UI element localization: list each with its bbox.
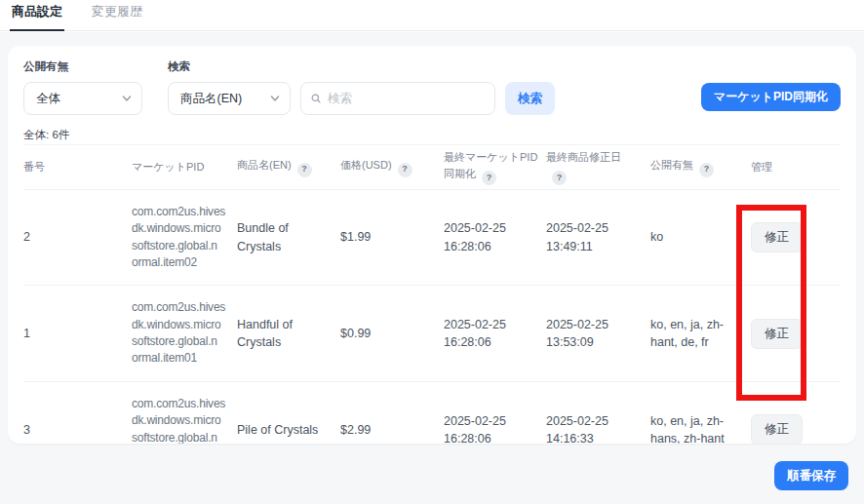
cell-last-sync-text: 2025-02-25 16:28:06 (444, 414, 506, 444)
visibility-filter-group: 公開有無 全体 (23, 59, 142, 115)
help-icon[interactable]: ? (297, 163, 312, 177)
column-header-label: 商品名(EN) (237, 159, 292, 171)
help-icon[interactable]: ? (482, 171, 496, 185)
cell-price-text: $1.99 (340, 230, 371, 244)
cell-market-pid-text: com.com2us.hives dk.windows.micro softst… (132, 397, 225, 444)
column-header: 最終商品修正日? (546, 145, 650, 190)
search-type-select[interactable]: 商品名(EN) (168, 82, 291, 115)
chevron-down-icon (122, 94, 132, 103)
cell-last-modified-text: 2025-02-25 14:16:33 (546, 414, 609, 444)
cell-last-sync: 2025-02-25 16:28:06 (444, 286, 546, 382)
cell-visibility: ko, en, ja, zh- hant, de, fr (650, 286, 751, 382)
tab-product-settings[interactable]: 商品設定 (10, 0, 64, 30)
cell-manage: 修正 (751, 381, 841, 444)
filter-bar: 公開有無 全体 検索 商品名(EN) (23, 59, 555, 115)
cell-product-name: Bundle of Crystals (237, 189, 340, 286)
screen: 商品設定 変更履歴 公開有無 全体 検索 (0, 0, 864, 504)
search-filter-group: 検索 商品名(EN) 検索 (168, 59, 555, 115)
search-type-select-value: 商品名(EN) (180, 91, 242, 107)
search-input[interactable] (328, 92, 485, 105)
table-row: 3com.com2us.hives dk.windows.micro softs… (23, 381, 841, 444)
product-settings-panel: 公開有無 全体 検索 商品名(EN) (8, 46, 856, 444)
column-header: 番号 (23, 145, 132, 190)
cell-product-name-text: Pile of Crystals (237, 423, 318, 437)
help-icon[interactable]: ? (552, 171, 567, 185)
column-header-label: 公開有無 (650, 159, 693, 171)
product-table: 番号マーケットPID商品名(EN)?価格(USD)?最終マーケットPID 同期化… (23, 144, 841, 444)
cell-market-pid-text: com.com2us.hives dk.windows.micro softst… (132, 300, 225, 365)
product-table-container: 番号マーケットPID商品名(EN)?価格(USD)?最終マーケットPID 同期化… (23, 144, 841, 444)
visibility-select[interactable]: 全体 (23, 82, 142, 115)
cell-visibility: ko (650, 189, 751, 286)
cell-market-pid: com.com2us.hives dk.windows.micro softst… (132, 381, 237, 444)
column-header-label: 最終商品修正日 (546, 151, 621, 163)
search-button[interactable]: 検索 (505, 82, 555, 115)
search-box (300, 82, 495, 115)
cell-no-text: 3 (23, 423, 30, 437)
cell-last-sync: 2025-02-25 16:28:06 (444, 381, 546, 444)
cell-price: $0.99 (340, 286, 444, 382)
cell-product-name: Handful of Crystals (237, 286, 340, 382)
search-icon (311, 92, 321, 105)
help-icon[interactable]: ? (699, 163, 714, 177)
cell-last-modified-text: 2025-02-25 13:49:11 (546, 221, 609, 252)
cell-last-modified: 2025-02-25 14:16:33 (546, 381, 650, 444)
cell-product-name-text: Bundle of Crystals (237, 221, 289, 252)
cell-no-text: 2 (23, 230, 30, 244)
total-count-text: 全体: 6件 (23, 128, 69, 142)
cell-no-text: 1 (23, 327, 30, 340)
chevron-down-icon (270, 94, 280, 103)
visibility-select-value: 全体 (36, 91, 60, 107)
help-icon[interactable]: ? (398, 163, 412, 177)
column-header-label: 番号 (23, 161, 45, 173)
column-header: 公開有無? (650, 145, 751, 190)
column-header: 管理 (751, 145, 841, 190)
cell-last-sync-text: 2025-02-25 16:28:06 (444, 318, 506, 349)
edit-button[interactable]: 修正 (751, 414, 803, 444)
cell-price-text: $2.99 (340, 423, 371, 437)
cell-price: $2.99 (340, 381, 444, 444)
edit-button[interactable]: 修正 (751, 319, 803, 349)
column-header: 価格(USD)? (340, 145, 444, 190)
table-body: 2com.com2us.hives dk.windows.micro softs… (23, 189, 841, 444)
cell-last-sync: 2025-02-25 16:28:06 (444, 189, 546, 286)
cell-visibility-text: ko (650, 230, 663, 244)
cell-no: 3 (23, 381, 132, 444)
cell-product-name: Pile of Crystals (237, 381, 340, 444)
cell-price: $1.99 (340, 189, 444, 286)
cell-manage: 修正 (751, 189, 841, 286)
cell-product-name-text: Handful of Crystals (237, 318, 293, 349)
column-header-label: マーケットPID (132, 161, 204, 173)
visibility-filter-label: 公開有無 (23, 59, 142, 74)
column-header-label: 価格(USD) (340, 159, 392, 171)
market-pid-sync-button[interactable]: マーケットPID同期化 (701, 83, 841, 111)
cell-price-text: $0.99 (340, 327, 371, 340)
cell-last-modified-text: 2025-02-25 13:53:09 (546, 318, 609, 349)
cell-market-pid: com.com2us.hives dk.windows.micro softst… (132, 189, 237, 286)
cell-last-modified: 2025-02-25 13:53:09 (546, 286, 650, 382)
cell-visibility-text: ko, en, ja, zh- hans, zh-hant (650, 414, 725, 444)
save-order-button[interactable]: 順番保存 (774, 461, 848, 490)
cell-visibility: ko, en, ja, zh- hans, zh-hant (650, 381, 751, 444)
cell-market-pid-text: com.com2us.hives dk.windows.micro softst… (132, 205, 225, 269)
cell-no: 1 (23, 286, 132, 382)
table-header-row: 番号マーケットPID商品名(EN)?価格(USD)?最終マーケットPID 同期化… (23, 145, 841, 190)
edit-button[interactable]: 修正 (751, 222, 803, 252)
cell-visibility-text: ko, en, ja, zh- hant, de, fr (650, 318, 724, 349)
cell-last-sync-text: 2025-02-25 16:28:06 (444, 221, 506, 252)
cell-market-pid: com.com2us.hives dk.windows.micro softst… (132, 286, 237, 382)
column-header: 商品名(EN)? (237, 145, 340, 190)
column-header: 最終マーケットPID 同期化? (444, 145, 546, 190)
cell-no: 2 (23, 189, 132, 286)
cell-manage: 修正 (751, 286, 841, 382)
table-row: 1com.com2us.hives dk.windows.micro softs… (23, 286, 841, 382)
table-row: 2com.com2us.hives dk.windows.micro softs… (23, 189, 841, 286)
cell-last-modified: 2025-02-25 13:49:11 (546, 189, 650, 286)
tab-change-history[interactable]: 変更履歴 (90, 0, 144, 30)
search-filter-label: 検索 (168, 59, 555, 74)
tab-bar: 商品設定 変更履歴 (0, 0, 864, 31)
column-header-label: 管理 (751, 161, 772, 173)
column-header: マーケットPID (132, 145, 237, 190)
